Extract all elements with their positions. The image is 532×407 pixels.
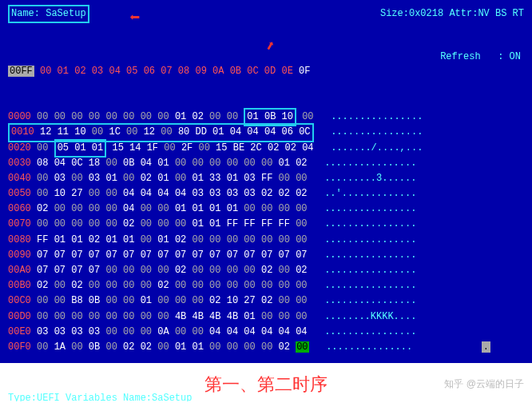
hex-row[interactable]: 00E0 03 03 03 03 00 00 00 0A 00 00 04 04… xyxy=(8,325,524,340)
hex-row[interactable]: 00B0 02 00 02 00 00 00 00 02 00 00 00 00… xyxy=(8,278,524,293)
side-panel: Refresh : ON xyxy=(440,50,521,65)
hex-row[interactable]: 00C0 00 00 B8 0B 00 00 01 00 00 00 02 10… xyxy=(8,293,524,309)
size-value: 0x0218 xyxy=(409,8,443,19)
hex-row[interactable]: 0060 02 00 00 00 00 04 00 00 01 01 01 01… xyxy=(8,202,524,217)
hex-row[interactable]: 0020 00 05 01 01 15 14 1F 00 2F 00 15 BE… xyxy=(8,141,524,156)
hex-row[interactable]: 00A0 07 07 07 07 00 00 00 00 02 00 00 00… xyxy=(8,263,524,278)
header-bar: Name: SaSetup Size:0x0218 Attr:NV BS RT xyxy=(8,6,524,22)
hex-row[interactable]: 0080 FF 01 01 02 01 01 00 01 02 00 00 00… xyxy=(8,233,524,248)
hex-row[interactable]: 0090 07 07 07 07 07 07 07 07 07 07 07 07… xyxy=(8,248,524,263)
hex-row[interactable]: 0040 00 03 00 03 01 00 02 01 00 01 33 01… xyxy=(8,171,524,186)
size-label: Size: xyxy=(380,8,409,19)
footer-bar: Type:UEFI Variables Name:SaSetup xyxy=(8,391,524,402)
name-value: SaSetup xyxy=(46,8,85,19)
footer-name-label: Name: xyxy=(123,393,152,402)
hex-row[interactable]: 0050 00 10 27 00 00 04 04 04 04 03 03 03… xyxy=(8,186,524,202)
hex-editor-screen: ➡ ➡ Name: SaSetup Size:0x0218 Attr:NV BS… xyxy=(0,0,532,363)
footer-name-value: SaSetup xyxy=(152,393,192,402)
size-attr: Size:0x0218 Attr:NV BS RT xyxy=(380,6,524,22)
attr-label: Attr: xyxy=(449,8,478,19)
name-label: Name: xyxy=(11,8,46,19)
watermark: 知乎 @云端的日子 xyxy=(444,377,524,392)
refresh-value[interactable]: ON xyxy=(510,51,521,62)
col-header-last: 0F xyxy=(299,66,310,77)
hex-row[interactable]: 0030 08 04 0C 18 00 0B 04 01 00 00 00 00… xyxy=(8,156,524,171)
hex-row[interactable]: 00F0 00 1A 00 0B 00 02 02 00 01 01 00 00… xyxy=(8,340,524,355)
attr-value: NV BS RT xyxy=(478,8,524,19)
variable-name-box: Name: SaSetup xyxy=(8,5,89,23)
refresh-label: Refresh : xyxy=(440,51,503,62)
offset-header: 00FF xyxy=(8,66,34,77)
footer-type-label: Type: xyxy=(8,393,37,402)
hex-row[interactable]: 00D0 00 00 00 00 00 00 00 00 4B 4B 4B 4B… xyxy=(8,309,524,325)
hex-dump[interactable]: 00FF 00 01 02 03 04 05 06 07 08 09 0A 0B… xyxy=(8,33,524,385)
column-header-row: 00FF 00 01 02 03 04 05 06 07 08 09 0A 0B… xyxy=(8,64,524,79)
hex-row[interactable]: 0070 00 00 00 00 00 02 00 00 00 01 01 FF… xyxy=(8,217,524,232)
footer-type-value: UEFI Variables xyxy=(37,393,117,402)
col-header-hex: 00 01 02 03 04 05 06 07 08 09 0A 0B 0C 0… xyxy=(40,66,293,77)
